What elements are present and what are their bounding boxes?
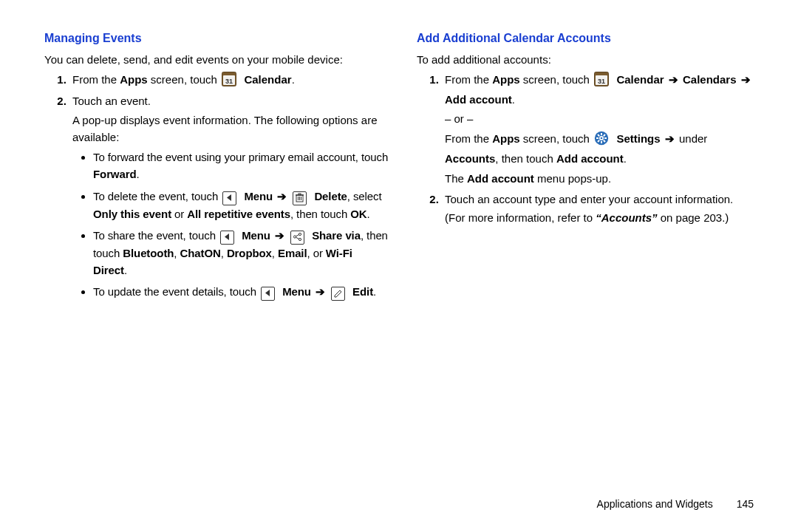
svg-text:31: 31 [225, 78, 233, 85]
heading-add-accounts: Add Additional Calendar Accounts [417, 30, 761, 48]
right-column: Add Additional Calendar Accounts To add … [417, 30, 761, 305]
svg-rect-8 [299, 194, 301, 195]
svg-rect-20 [601, 141, 602, 143]
back-icon [222, 191, 236, 205]
page-number: 145 [737, 498, 754, 510]
alt-path: From the Apps screen, touch [445, 130, 761, 168]
svg-rect-19 [601, 133, 602, 135]
pencil-icon [331, 287, 345, 301]
svg-line-12 [296, 234, 299, 236]
settings-icon [594, 131, 609, 150]
bullet-edit: To update the event details, touch Menu … [93, 283, 389, 301]
svg-line-13 [296, 237, 299, 239]
svg-point-27 [601, 137, 603, 139]
svg-rect-21 [596, 137, 598, 139]
more-info: (For more information, refer to “Account… [445, 209, 761, 226]
popsup-text: The Add account menu pops-up. [445, 170, 761, 187]
popup-text: A pop-up displays event information. The… [72, 112, 389, 146]
svg-text:31: 31 [598, 78, 605, 85]
step-1: From the Apps screen, touch 31 Calendar. [69, 71, 389, 91]
rstep-2: Touch an account type and enter your acc… [442, 191, 761, 227]
heading-managing-events: Managing Events [44, 30, 389, 48]
bullet-share: To share the event, touch Menu ➔ [93, 227, 389, 279]
rstep-1: From the Apps screen, touch 31 Calendar … [442, 71, 761, 188]
calendar-icon: 31 [222, 72, 236, 91]
step-2: Touch an event. A pop-up displays event … [69, 92, 389, 301]
intro-text: You can delete, send, and edit events on… [44, 51, 389, 68]
bullet-forward: To forward the event using your primary … [93, 149, 389, 183]
back-icon [261, 287, 275, 301]
footer-section: Applications and Widgets [597, 498, 713, 510]
trash-icon [293, 191, 307, 205]
svg-rect-22 [604, 137, 607, 139]
footer: Applications and Widgets 145 [597, 497, 754, 513]
or-text: – or – [445, 110, 761, 127]
intro-text: To add additional accounts: [417, 51, 761, 68]
bullet-delete: To delete the event, touch Menu ➔ [93, 188, 389, 222]
left-column: Managing Events You can delete, send, an… [44, 30, 389, 305]
svg-point-10 [299, 238, 301, 240]
share-icon [290, 231, 304, 245]
calendar-icon: 31 [594, 72, 609, 91]
svg-point-9 [299, 233, 301, 235]
back-icon [220, 231, 234, 245]
